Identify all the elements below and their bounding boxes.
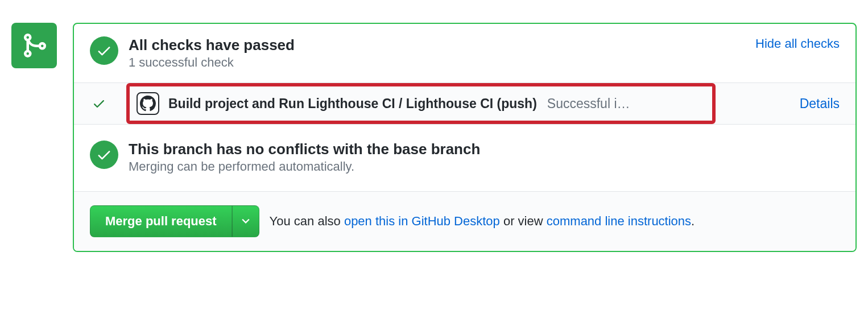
checks-summary-section: All checks have passed 1 successful chec… (74, 24, 855, 82)
check-run-status-icon (90, 97, 108, 110)
footer-suffix: . (691, 214, 695, 228)
conflicts-section: This branch has no conflicts with the ba… (74, 125, 855, 191)
success-status-circle (90, 141, 118, 169)
command-line-instructions-link[interactable]: command line instructions (547, 214, 691, 228)
check-run-name: Build project and Run Lighthouse CI / Li… (168, 96, 537, 112)
check-icon (96, 43, 112, 59)
check-run-status-text: Successful i… (547, 96, 630, 112)
github-actions-avatar (137, 92, 159, 115)
merge-status-avatar (11, 23, 57, 68)
caret-down-icon (242, 218, 250, 224)
footer-prefix: You can also (270, 214, 344, 228)
open-github-desktop-link[interactable]: open this in GitHub Desktop (344, 214, 500, 228)
merge-pull-request-button[interactable]: Merge pull request (90, 205, 232, 237)
github-icon (140, 96, 156, 112)
conflicts-subtitle: Merging can be performed automatically. (129, 159, 840, 174)
check-icon (92, 97, 106, 110)
git-merge-icon (20, 32, 48, 59)
footer-middle: or view (500, 214, 547, 228)
hide-checks-link[interactable]: Hide all checks (755, 36, 840, 51)
merge-button-group: Merge pull request (90, 205, 259, 237)
check-run-row: Build project and Run Lighthouse CI / Li… (74, 82, 855, 125)
conflicts-title: This branch has no conflicts with the ba… (129, 141, 840, 158)
merge-options-dropdown[interactable] (232, 205, 259, 237)
checks-title: All checks have passed (129, 36, 755, 54)
check-details-link[interactable]: Details (800, 96, 840, 112)
merge-alternative-text: You can also open this in GitHub Desktop… (270, 214, 695, 229)
merge-footer: Merge pull request You can also open thi… (74, 191, 855, 251)
success-status-circle (90, 36, 118, 65)
merge-status-panel: All checks have passed 1 successful chec… (73, 23, 857, 252)
highlight-annotation: Build project and Run Lighthouse CI / Li… (126, 83, 716, 124)
checks-subtitle: 1 successful check (129, 55, 755, 70)
check-icon (96, 147, 112, 163)
